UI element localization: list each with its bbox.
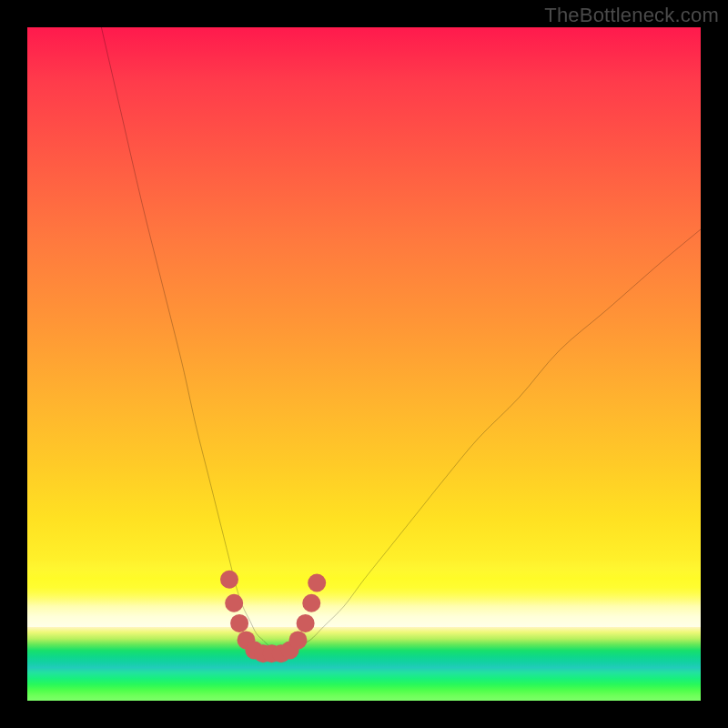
watermark-label: TheBottleneck.com: [544, 4, 719, 27]
marker-point: [225, 594, 243, 612]
marker-group: [220, 571, 326, 662]
bottleneck-curve-line: [101, 27, 701, 654]
marker-point: [220, 571, 238, 589]
marker-point: [297, 614, 315, 632]
chart-frame: TheBottleneck.com: [0, 0, 728, 728]
marker-point: [308, 574, 326, 592]
marker-point: [302, 594, 320, 612]
marker-point: [230, 614, 248, 632]
chart-svg: [27, 27, 701, 701]
plot-area: [27, 27, 701, 701]
marker-point: [288, 631, 307, 649]
